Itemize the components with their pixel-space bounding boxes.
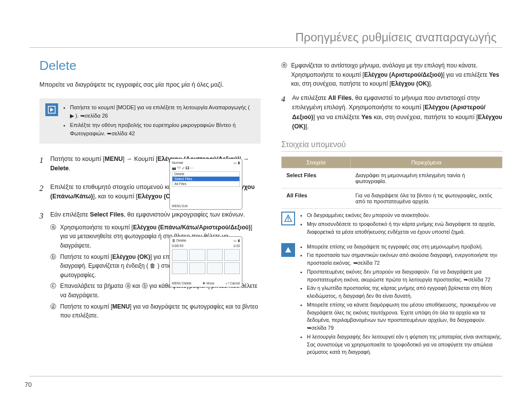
- note-item: Πατήστε το κουμπί [MODE] για να επιλέξετ…: [70, 103, 255, 120]
- step-3-text: Εάν επιλέξατε Select Files, θα εμφανιστο…: [50, 211, 245, 218]
- svg-rect-3: [288, 217, 289, 219]
- step-4-text: Αν επιλέξατε All Files, θα εμφανιστεί το…: [292, 94, 502, 130]
- shot2-footL: MENU Delete: [172, 281, 192, 285]
- shot2-count: 1/10: [233, 244, 240, 248]
- page-number: 70: [25, 381, 32, 388]
- thumb: [189, 262, 205, 274]
- info-item: Μπορείτε επίσης να κάνετε διαμόρφωση του…: [307, 301, 502, 332]
- circle-marker: ⓐ: [50, 223, 56, 232]
- circle-marker: ⓑ: [50, 252, 56, 262]
- info-icon: [281, 243, 295, 257]
- table-row: All Files Για να διαγράψετε όλα τα βίντε…: [282, 188, 502, 209]
- circle-marker: ⓒ: [50, 281, 56, 291]
- info-item: Για προστασία των σημαντικών εικόνων από…: [307, 251, 502, 267]
- step-4: Αν επιλέξατε All Files, θα εμφανιστεί το…: [281, 94, 502, 132]
- menu-item: All Files: [172, 182, 239, 187]
- table-val: Για να διαγράψετε όλα τα βίντεο ή τις φω…: [351, 188, 502, 209]
- camera-screenshot-menu: Normal▭ ▮ 📷 🛡 ⤢ 🎞 ⋯ DeleteSelect FilesAl…: [169, 158, 242, 210]
- step-3e-text: Εμφανίζεται το αντίστοιχο μήνυμα, ανάλογ…: [291, 62, 499, 87]
- battery-icon: ▭ ▮: [233, 239, 240, 243]
- submenu-heading: Στοιχεία υπομενού: [281, 140, 502, 152]
- thumb: [207, 249, 223, 261]
- ministep: ⓓΠατήστε το κουμπί [MENU] για να διαγράψ…: [50, 302, 261, 320]
- circle-marker: ⓓ: [50, 302, 56, 312]
- submenu-table: Στοιχεία Περιεχόμενα Select Files Διαγρά…: [281, 156, 502, 209]
- menu-item: Delete: [172, 172, 239, 177]
- note-item: Επιλέξτε την οθόνη προβολής του ευρετηρί…: [70, 121, 255, 138]
- thumb: [207, 262, 223, 274]
- table-head-contents: Περιεχόμενα: [351, 157, 502, 168]
- table-head-items: Στοιχεία: [282, 157, 351, 168]
- page-header-title: Προηγμένες ρυθμίσεις αναπαραγωγής: [295, 31, 497, 44]
- thumb: [224, 249, 240, 261]
- circle-e-marker: ⓔ: [281, 61, 287, 70]
- shot2-title: Delete: [176, 239, 186, 242]
- thumb: [172, 262, 188, 274]
- info-item: Μπορείτε επίσης να διαγράψετε τις εγγραφ…: [307, 243, 502, 251]
- warn-item: Μην αποσυνδέσετε το τροφοδοτικό ή την κά…: [307, 220, 502, 236]
- svg-marker-1: [50, 108, 54, 112]
- shot2-time: 0:00:55: [172, 244, 183, 248]
- step-3e: ⓔΕμφανίζεται το αντίστοιχο μήνυμα, ανάλο…: [281, 61, 502, 89]
- camera-screenshot-thumbs: 🗑 Delete▭ ▮ 0:00:551/10 MENU Delete✥ Mov…: [169, 236, 242, 287]
- header-rule: [30, 47, 502, 48]
- table-row: Select Files Διαγράφει τη μεμονωμένη επι…: [282, 168, 502, 188]
- table-key: All Files: [282, 188, 351, 209]
- svg-rect-4: [288, 220, 289, 221]
- info-item: Η λειτουργία διαγραφής δεν λειτουργεί εά…: [307, 333, 502, 356]
- note-box: Πατήστε το κουμπί [MODE] για να επιλέξετ…: [39, 98, 261, 144]
- table-val: Διαγράφει τη μεμονωμένη επιλεγμένη ταινί…: [351, 168, 502, 188]
- menu-item: Select Files: [172, 177, 239, 182]
- thumb: [189, 249, 205, 261]
- shot1-foot: MENU Exit: [172, 204, 188, 208]
- section-title: Delete: [39, 58, 261, 73]
- thumb: [172, 249, 188, 261]
- footer-rule: [30, 376, 502, 376]
- svg-marker-5: [285, 247, 291, 252]
- shot1-title: Normal: [172, 161, 183, 165]
- battery-icon: ▭ ▮: [233, 161, 240, 165]
- warn-item: Οι διεγραμμένες εικόνες δεν μπορούν να α…: [307, 212, 502, 219]
- info-box: Μπορείτε επίσης να διαγράψετε τις εγγραφ…: [281, 240, 502, 361]
- intro-text: Μπορείτε να διαγράψετε τις εγγραφές σας …: [39, 80, 261, 90]
- thumb: [224, 262, 240, 274]
- shot2-footR: ⮐ Cancel: [226, 281, 240, 285]
- info-item: Προστατευμένες εικόνες δεν μπορούν να δι…: [307, 268, 502, 284]
- warning-box: Οι διεγραμμένες εικόνες δεν μπορούν να α…: [281, 209, 502, 240]
- warning-icon: [281, 212, 295, 225]
- table-key: Select Files: [282, 168, 351, 188]
- play-icon: [45, 103, 58, 116]
- info-item: Εάν η γλωττίδα προστασίας της κάρτας μνή…: [307, 284, 502, 300]
- shot2-footM: ✥ Move: [202, 281, 214, 285]
